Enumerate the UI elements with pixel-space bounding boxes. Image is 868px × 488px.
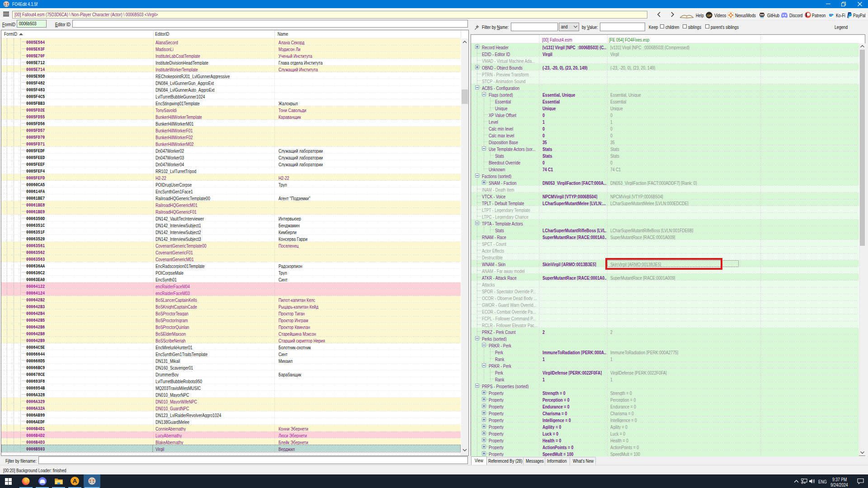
- svg-text:GP: GP: [707, 14, 711, 17]
